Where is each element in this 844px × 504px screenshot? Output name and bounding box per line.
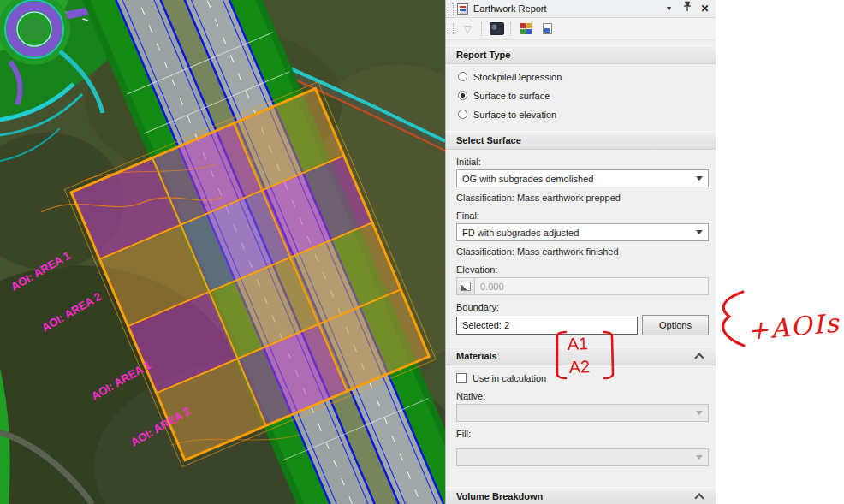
section-header-materials[interactable]: Materials [446,347,716,365]
elevation-label: Elevation: [456,264,709,276]
display-view-icon[interactable] [489,21,504,37]
section-header-report-type[interactable]: Report Type [446,45,716,64]
radio-button[interactable] [458,110,467,119]
report-page-icon[interactable] [539,21,555,37]
white-gutter [716,0,844,504]
toolbar-grip[interactable] [449,23,454,34]
boundary-row: Selected: 2 Options [456,315,709,335]
collapse-chevron-icon[interactable] [694,493,704,502]
elevation-pick-button[interactable] [457,278,475,294]
section-header-select-surface[interactable]: Select Surface [446,131,716,150]
elevation-value: 0.000 [475,282,504,292]
panel-titlebar[interactable]: Earthwork Report ▾ ✕ [446,0,716,18]
app-screen: AOI: AREA 1 AOI: AREA 2 AOI: AREA 1 AOI:… [0,0,844,504]
map-canvas[interactable]: AOI: AREA 1 AOI: AREA 2 AOI: AREA 1 AOI:… [0,0,445,504]
fill-label: Fill: [456,429,709,440]
radio-button[interactable] [458,91,467,100]
earthwork-report-panel: Earthwork Report ▾ ✕ ▽ Report Type Stock… [445,0,716,504]
final-surface-combobox[interactable]: FD with subgrades adjusted [456,223,709,241]
native-label: Native: [456,391,709,402]
initial-classification: Classification: Mass earthwork prepped [456,193,709,204]
radio-label: Surface to elevation [473,110,556,120]
options-button-label: Options [659,320,692,330]
elevation-picker-icon [461,282,471,291]
use-in-calculation-row[interactable]: Use in calculation [456,371,709,384]
final-label: Final: [456,210,709,222]
radio-label: Surface to surface [473,91,550,101]
options-button[interactable]: Options [642,315,709,335]
chevron-down-icon [696,411,703,415]
section-title: Materials [456,351,497,361]
panel-menu-caret-icon[interactable]: ▾ [662,1,676,16]
toolbar-separator [510,22,512,36]
radio-stockpile-depression[interactable]: Stockpile/Depression [458,70,709,83]
combobox-value: FD with subgrades adjusted [462,228,579,238]
final-classification: Classification: Mass earthwork finished [456,246,709,258]
drag-grip[interactable] [449,3,454,15]
boundary-selection-field[interactable]: Selected: 2 [456,317,638,335]
material-colors-icon[interactable] [518,21,533,37]
section-header-volume-breakdown[interactable]: Volume Breakdown [446,487,716,504]
elevation-input: 0.000 [456,277,709,295]
panel-toolbar: ▽ [446,18,716,40]
section-title: Report Type [456,50,510,60]
close-icon[interactable]: ✕ [698,1,712,16]
pin-icon[interactable] [680,1,694,17]
section-title: Select Surface [456,135,521,145]
checkbox-label: Use in calculation [473,373,546,383]
flag-dropdown-icon[interactable]: ▽ [460,21,475,37]
earthwork-report-icon [457,3,468,15]
chevron-down-icon[interactable] [696,176,703,181]
collapse-chevron-icon[interactable] [694,353,704,362]
initial-surface-combobox[interactable]: OG with subgrades demolished [456,169,709,187]
radio-label: Stockpile/Depression [473,72,562,82]
initial-label: Initial: [456,157,709,168]
use-in-calculation-checkbox[interactable] [456,373,467,383]
boundary-label: Boundary: [456,302,709,313]
fill-material-combobox [456,448,709,466]
boundary-selection-value: Selected: 2 [462,320,509,330]
radio-surface-to-surface[interactable]: Surface to surface [458,89,709,102]
native-material-combobox [456,404,709,422]
combobox-value: OG with subgrades demolished [462,174,593,184]
roundabout-island [23,18,45,40]
chevron-down-icon [696,455,703,460]
chevron-down-icon[interactable] [696,230,703,234]
radio-button[interactable] [458,72,467,81]
radio-surface-to-elevation[interactable]: Surface to elevation [458,108,709,121]
section-title: Volume Breakdown [456,491,543,501]
map-viewport[interactable]: AOI: AREA 1 AOI: AREA 2 AOI: AREA 1 AOI:… [0,0,445,504]
panel-title: Earthwork Report [472,3,658,14]
toolbar-separator [481,22,483,36]
